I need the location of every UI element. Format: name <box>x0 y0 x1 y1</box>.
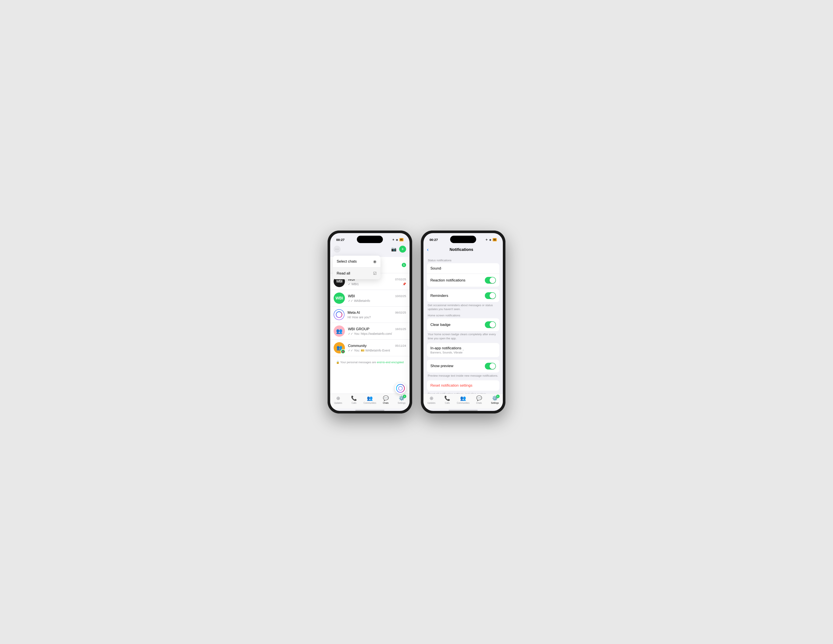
nav-chats-right[interactable]: 💬 Chats <box>473 395 486 404</box>
communities-label-right: Communities <box>457 402 470 404</box>
chat-content-meta: Meta AI 06/02/25 Hi! How are you? <box>347 310 406 319</box>
clear-badge-desc: Your home screen badge clears completely… <box>427 331 499 340</box>
chat-name-meta: Meta AI <box>347 310 360 315</box>
airplane-icon-left: ✈ <box>392 238 395 241</box>
avatar-group: 👥 <box>334 326 345 337</box>
home-screen-card: Clear badge <box>427 318 499 331</box>
chat-preview-community: ✓✓ You: 🎫 WABetaInfo Event <box>348 348 390 352</box>
nav-calls-left[interactable]: 📞 Calls <box>347 395 360 404</box>
show-preview-row[interactable]: Show preview <box>427 360 499 373</box>
in-app-label-wrapper: In-app notifications Banners, Sounds, Vi… <box>430 346 463 354</box>
settings-badge-left: 1 <box>403 395 406 398</box>
sound-label: Sound <box>430 266 441 271</box>
show-preview-knob <box>490 363 495 369</box>
chat-time-wbi1: 07/02/25 <box>395 278 406 281</box>
in-app-row[interactable]: In-app notifications Banners, Sounds, Vi… <box>427 343 499 357</box>
nav-chats-left[interactable]: 💬 Chats <box>379 395 392 404</box>
chat-top-meta: Meta AI 06/02/25 <box>347 310 406 315</box>
time-right: 00:27 <box>429 238 438 242</box>
nav-communities-left[interactable]: 👥 Communities <box>363 395 376 404</box>
chat-bottom-wbi1: ✓ WBI1 📌 <box>348 282 406 286</box>
chat-content-group: WBI GROUP 16/01/25 ✓✓ You: https://wabet… <box>348 327 406 336</box>
home-screen-header: Home screen notifications <box>427 314 499 318</box>
status-notif-header: Status notifications <box>427 259 499 263</box>
settings-badge-right: 1 <box>496 395 500 398</box>
select-chats-item[interactable]: Select chats ◉ <box>333 255 381 268</box>
chat-preview-meta: Hi! How are you? <box>347 315 371 319</box>
back-button[interactable]: ‹ <box>427 247 429 253</box>
meta-ai-ring <box>396 384 405 393</box>
notif-content: Status notifications Sound › Reaction no… <box>423 255 503 393</box>
clear-badge-label: Clear badge <box>430 323 485 327</box>
communities-label-left: Communities <box>363 402 376 404</box>
reaction-notif-toggle[interactable] <box>485 277 496 284</box>
chat-top-community: Community 05/11/24 <box>348 344 406 348</box>
chat-name-wbi2: WBI <box>348 294 355 299</box>
battery-left: 65 <box>399 238 404 241</box>
chat-item-group[interactable]: 👥 WBI GROUP 16/01/25 ✓✓ You: https://wab… <box>330 323 410 340</box>
settings-label-left: Settings <box>398 402 405 404</box>
meta-inner <box>336 312 342 318</box>
pin-icon-wbi1: 📌 <box>402 282 406 286</box>
show-preview-desc: Preview message text inside new message … <box>427 373 499 378</box>
bottom-nav-right: ⊕ Updates 📞 Calls 👥 Communities 💬 Chats … <box>423 393 503 408</box>
chat-time-group: 16/01/25 <box>395 328 406 331</box>
chat-bottom-community: ✓✓ You: 🎫 WABetaInfo Event <box>348 348 406 352</box>
three-dots-button[interactable]: ··· <box>334 246 341 253</box>
chat-header-top: ··· 📷 + <box>334 245 406 255</box>
sound-row[interactable]: Sound › <box>427 263 499 274</box>
chat-item-meta[interactable]: Meta AI 06/02/25 Hi! How are you? <box>330 307 410 323</box>
left-screen: 00:27 ✈ ◈ 65 ··· 📷 + <box>330 233 410 411</box>
reminders-card: Reminders <box>427 289 499 302</box>
meta-ai-fab[interactable] <box>395 383 406 394</box>
chat-preview-wbi2: ✓✓ WABetaInfo <box>348 299 370 302</box>
settings-icon-wrapper-right: ⚙️ 1 <box>492 395 498 401</box>
clear-badge-row[interactable]: Clear badge <box>427 318 499 331</box>
nav-updates-left[interactable]: ⊕ Updates <box>332 395 345 404</box>
clear-badge-knob <box>490 322 495 328</box>
read-all-icon: ☑ <box>373 271 376 276</box>
encryption-link[interactable]: end-to-end encrypted <box>377 361 404 364</box>
read-all-item[interactable]: Read all ☑ <box>333 268 381 279</box>
reaction-notif-row[interactable]: Reaction notifications <box>427 274 499 287</box>
communities-icon-left: 👥 <box>367 395 373 401</box>
reaction-notif-label: Reaction notifications <box>430 278 485 283</box>
in-app-chevron: › <box>463 348 464 352</box>
select-chats-label: Select chats <box>337 259 357 264</box>
show-preview-section: Show preview Preview message text inside… <box>427 360 499 378</box>
chat-top-group: WBI GROUP 16/01/25 <box>348 327 406 331</box>
nav-communities-right[interactable]: 👥 Communities <box>457 395 470 404</box>
nav-calls-right[interactable]: 📞 Calls <box>441 395 454 404</box>
chat-header: ··· 📷 + Select chats ◉ Read all ☑ <box>330 245 410 257</box>
add-chat-button[interactable]: + <box>399 246 406 253</box>
chat-preview-wbi1: ✓ WBI1 <box>348 282 359 286</box>
meta-ai-inner <box>398 386 403 390</box>
chat-top-wbi2: WBI 10/02/25 <box>348 294 406 299</box>
chat-item-wbi2[interactable]: WBI WBI 10/02/25 ✓✓ WABetaInfo <box>330 290 410 307</box>
chat-time-meta: 06/02/25 <box>395 311 406 314</box>
clear-badge-toggle[interactable] <box>485 321 496 328</box>
show-preview-toggle[interactable] <box>485 363 496 369</box>
chat-item-community[interactable]: 👥 🔇 Community 05/11/24 ✓✓ You: 🎫 WABetaI… <box>330 340 410 356</box>
nav-updates-right[interactable]: ⊕ Updates <box>425 395 438 404</box>
home-indicator-left <box>355 410 384 411</box>
nav-settings-right[interactable]: ⚙️ 1 Settings <box>488 395 501 404</box>
show-preview-label: Show preview <box>430 364 485 368</box>
reset-row[interactable]: Reset notification settings <box>427 380 499 391</box>
reminders-toggle[interactable] <box>485 292 496 299</box>
nav-settings-left[interactable]: ⚙️ 1 Settings <box>395 395 408 404</box>
airplane-icon-right: ✈ <box>486 238 488 241</box>
updates-label-left: Updates <box>334 402 342 404</box>
reminders-row[interactable]: Reminders <box>427 289 499 302</box>
chat-time-wbi2: 10/02/25 <box>395 294 406 298</box>
reminders-label: Reminders <box>430 294 485 298</box>
chat-content-wbi2: WBI 10/02/25 ✓✓ WABetaInfo <box>348 294 406 302</box>
camera-button[interactable]: 📷 <box>391 247 397 252</box>
right-screen: 00:27 ✈ ◈ 65 ‹ Notifications Status noti… <box>423 233 503 411</box>
status-icons-left: ✈ ◈ 65 <box>392 238 404 241</box>
status-notif-section: Status notifications Sound › Reaction no… <box>427 259 499 287</box>
updates-icon-left: ⊕ <box>336 395 340 401</box>
reminders-desc: Get occasional reminders about messages … <box>427 302 499 311</box>
reset-card: Reset notification settings <box>427 380 499 391</box>
home-indicator-right <box>449 410 478 411</box>
